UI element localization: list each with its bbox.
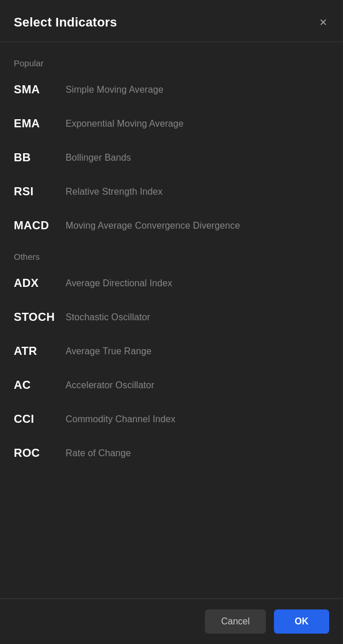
indicator-name-ac: Accelerator Oscillator (66, 380, 154, 391)
indicator-name-stoch: Stochastic Oscillator (66, 312, 150, 323)
indicator-abbr-sma: SMA (14, 83, 66, 96)
indicator-abbr-macd: MACD (14, 219, 66, 232)
modal-title: Select Indicators (14, 15, 117, 30)
cancel-button[interactable]: Cancel (205, 609, 266, 634)
section-label-popular: Popular (0, 49, 343, 73)
indicator-name-sma: Simple Moving Average (66, 85, 163, 95)
indicator-abbr-atr: ATR (14, 344, 66, 358)
indicator-name-macd: Moving Average Convergence Divergence (66, 221, 240, 231)
modal-footer: Cancel OK (0, 598, 343, 644)
ok-button[interactable]: OK (274, 609, 329, 634)
indicator-row-ac[interactable]: AC Accelerator Oscillator (0, 368, 343, 402)
indicator-name-adx: Average Directional Index (66, 278, 172, 289)
indicator-row-roc[interactable]: ROC Rate of Change (0, 436, 343, 470)
modal-body: Popular SMA Simple Moving Average EMA Ex… (0, 42, 343, 598)
indicator-abbr-roc: ROC (14, 446, 66, 460)
indicator-row-macd[interactable]: MACD Moving Average Convergence Divergen… (0, 209, 343, 243)
indicator-abbr-rsi: RSI (14, 185, 66, 198)
indicator-row-adx[interactable]: ADX Average Directional Index (0, 266, 343, 300)
indicator-row-sma[interactable]: SMA Simple Moving Average (0, 73, 343, 107)
indicator-name-ema: Exponential Moving Average (66, 119, 184, 129)
indicator-name-rsi: Relative Strength Index (66, 187, 163, 197)
indicator-abbr-stoch: STOCH (14, 310, 66, 324)
indicator-name-atr: Average True Range (66, 346, 151, 357)
indicator-abbr-cci: CCI (14, 412, 66, 426)
indicator-row-rsi[interactable]: RSI Relative Strength Index (0, 175, 343, 209)
indicator-row-atr[interactable]: ATR Average True Range (0, 334, 343, 368)
indicator-name-cci: Commodity Channel Index (66, 414, 176, 425)
indicator-row-ema[interactable]: EMA Exponential Moving Average (0, 107, 343, 141)
close-button[interactable]: × (317, 14, 329, 31)
modal-header: Select Indicators × (0, 0, 343, 42)
indicator-name-bb: Bollinger Bands (66, 153, 131, 163)
indicator-abbr-bb: BB (14, 151, 66, 164)
section-label-others: Others (0, 243, 343, 266)
indicator-row-cci[interactable]: CCI Commodity Channel Index (0, 402, 343, 436)
indicator-row-bb[interactable]: BB Bollinger Bands (0, 141, 343, 175)
indicator-abbr-ac: AC (14, 378, 66, 392)
modal-container: Select Indicators × Popular SMA Simple M… (0, 0, 343, 644)
indicator-abbr-ema: EMA (14, 117, 66, 130)
indicator-row-stoch[interactable]: STOCH Stochastic Oscillator (0, 300, 343, 334)
indicator-name-roc: Rate of Change (66, 448, 131, 459)
indicator-abbr-adx: ADX (14, 276, 66, 290)
